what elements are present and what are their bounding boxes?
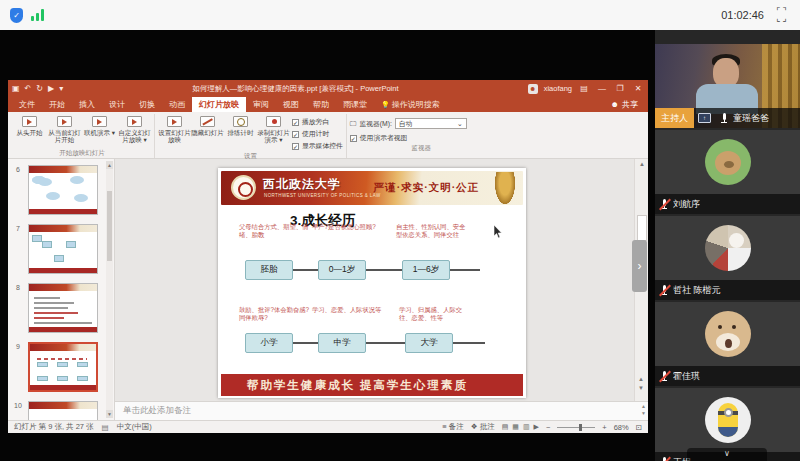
language-indicator[interactable]: 中文(中国): [117, 422, 152, 432]
tab-视图[interactable]: 视图: [276, 97, 306, 112]
scrollbar-thumb[interactable]: [637, 215, 647, 241]
participant-name: 刘航序: [673, 198, 700, 211]
tab-文件[interactable]: 文件: [12, 97, 42, 112]
monitor-icon: 🖵: [350, 120, 357, 128]
scroll-up-icon[interactable]: ▲: [635, 159, 648, 169]
comments-toggle[interactable]: ❖ 批注: [471, 422, 495, 432]
normal-view-icon[interactable]: ▤: [502, 423, 509, 431]
participant-tile[interactable]: 刘航序: [655, 130, 800, 214]
tab-设计[interactable]: 设计: [102, 97, 132, 112]
tab-动画[interactable]: 动画: [162, 97, 192, 112]
ribbon-button[interactable]: 排练计时: [224, 114, 257, 144]
checkbox-播放旁白[interactable]: ✓播放旁白: [292, 117, 343, 127]
monitor-dropdown[interactable]: 自动 ⌄: [395, 118, 467, 129]
slide-thumbnail-panel[interactable]: 678910 ▲ ▼: [8, 159, 115, 420]
fullscreen-toggle-icon[interactable]: ⌜⌝⌞⌟: [776, 8, 790, 22]
connector-line: [293, 269, 318, 271]
ribbon-group-setup: 设置幻灯片放映隐藏幻灯片排练计时录制幻灯片演示 ▾ ✓播放旁白✓使用计时✓显示媒…: [154, 114, 346, 158]
thumbnail-scrollbar[interactable]: ▲ ▼: [106, 161, 113, 418]
notes-pane[interactable]: 单击此处添加备注 ▲▼: [115, 401, 648, 420]
slide-sorter-icon[interactable]: ▦: [512, 423, 519, 431]
restore-button[interactable]: ❐: [614, 84, 626, 93]
microphone-muted-icon: [659, 198, 669, 211]
zoom-slider[interactable]: [557, 427, 595, 428]
meeting-security-icon[interactable]: ✓: [10, 8, 23, 23]
participant-name-bar: 刘航序: [655, 194, 800, 214]
tab-帮助[interactable]: 帮助: [306, 97, 336, 112]
zoom-in-icon[interactable]: +: [602, 423, 606, 432]
scroll-down-icon[interactable]: ▼: [106, 410, 113, 418]
tab-切换[interactable]: 切换: [132, 97, 162, 112]
close-button[interactable]: ✕: [632, 84, 644, 93]
chevron-down-icon: ⌄: [457, 120, 463, 128]
zoom-out-icon[interactable]: −: [546, 423, 550, 432]
sidebar-expand-handle[interactable]: ›: [632, 240, 647, 292]
previous-slide-button[interactable]: ▲: [638, 376, 644, 382]
participant-name-bar: 主持人↑童瑶爸爸: [655, 108, 800, 128]
tab-插入[interactable]: 插入: [72, 97, 102, 112]
ribbon-button[interactable]: 自定义幻灯片放映 ▾: [118, 114, 151, 144]
slide-canvas[interactable]: 西北政法大学 NORTHWEST UNIVERSITY OF POLITICS …: [218, 168, 526, 398]
screen-play-icon: [127, 116, 142, 127]
ribbon-button[interactable]: 从当前幻灯片开始: [48, 114, 81, 144]
scrollbar-thumb[interactable]: [107, 191, 112, 261]
stage-note: 鼓励、批评?体会勤奋感?同伴欺辱?: [239, 306, 309, 322]
tab-雨课堂[interactable]: 雨课堂: [336, 97, 374, 112]
share-button[interactable]: ☻ 共享: [601, 97, 648, 112]
stage-note: 自主性、性别认同、安全型依恋关系、同伴交往: [396, 223, 466, 239]
microphone-muted-icon: [659, 284, 669, 297]
group1-label: 开始放映幻灯片: [13, 148, 151, 158]
ppt-title-bar[interactable]: ▣ ↶ ↻ ▶ ▾ 如何理解人—影响心理健康的因素.ppt [兼容模式] - P…: [8, 80, 648, 97]
screen-play-icon: [92, 116, 107, 127]
slide-thumbnail-9[interactable]: 9: [8, 342, 114, 392]
slide-editing-area[interactable]: 西北政法大学 NORTHWEST UNIVERSITY OF POLITICS …: [115, 159, 648, 401]
participant-tile[interactable]: 霍佳琪: [655, 302, 800, 386]
notes-scrollbar[interactable]: ▲▼: [641, 403, 646, 416]
reading-view-icon[interactable]: ▥: [523, 423, 530, 431]
next-slide-button[interactable]: ▼: [638, 385, 644, 391]
minimize-button[interactable]: —: [596, 84, 608, 93]
sidebar-collapse-button[interactable]: ∨: [687, 448, 767, 461]
checkbox-显示媒体控件[interactable]: ✓显示媒体控件: [292, 141, 343, 151]
ribbon-button[interactable]: 联机演示 ▾: [83, 114, 116, 136]
slide-thumbnail-10[interactable]: 10: [8, 401, 114, 420]
account-avatar[interactable]: ☻: [528, 84, 538, 94]
powerpoint-window: ▣ ↶ ↻ ▶ ▾ 如何理解人—影响心理健康的因素.ppt [兼容模式] - P…: [8, 80, 648, 433]
group1-buttons: 从头开始从当前幻灯片开始联机演示 ▾自定义幻灯片放映 ▾: [13, 114, 151, 148]
ribbon-button[interactable]: 设置幻灯片放映: [158, 114, 191, 144]
participant-tile[interactable]: 主持人↑童瑶爸爸: [655, 44, 800, 128]
participant-name-bar: 霍佳琪: [655, 366, 800, 386]
slide-thumbnail-6[interactable]: 6: [8, 165, 114, 215]
group3-label: 监视器: [350, 143, 493, 153]
proofing-icon[interactable]: ▤: [102, 423, 109, 432]
connector-line: [366, 269, 402, 271]
microphone-muted-icon: [659, 370, 669, 383]
slideshow-icon[interactable]: ▶: [48, 84, 54, 93]
fit-to-window-icon[interactable]: ⊡: [636, 423, 642, 432]
ribbon-button[interactable]: 隐藏幻灯片: [191, 114, 224, 144]
stage-box-大学: 大学: [405, 333, 453, 353]
statue-image: [495, 172, 515, 204]
slide-thumbnail-8[interactable]: 8: [8, 283, 114, 333]
notes-toggle[interactable]: ≡ 备注: [442, 422, 463, 432]
stage-box-0—1岁: 0—1岁: [318, 260, 366, 280]
redo-icon[interactable]: ↻: [36, 84, 43, 93]
scroll-up-icon[interactable]: ▲: [106, 161, 113, 169]
undo-icon[interactable]: ↶: [25, 84, 32, 93]
checkbox-使用计时[interactable]: ✓使用计时: [292, 129, 343, 139]
save-icon[interactable]: ▣: [12, 84, 20, 93]
stage-box-胚胎: 胚胎: [245, 260, 293, 280]
presenter-view-checkbox[interactable]: ✓ 使用演示者视图: [350, 133, 493, 143]
tab-幻灯片放映[interactable]: 幻灯片放映: [192, 97, 246, 112]
tab-审阅[interactable]: 审阅: [246, 97, 276, 112]
ribbon-button[interactable]: 从头开始: [13, 114, 46, 136]
ribbon-button[interactable]: 录制幻灯片演示 ▾: [257, 114, 290, 144]
slideshow-view-icon[interactable]: ▶: [534, 423, 539, 431]
avatar: [705, 311, 751, 357]
ribbon-options-icon[interactable]: ▤: [578, 84, 590, 93]
slide-thumbnail-7[interactable]: 7: [8, 224, 114, 274]
tab-开始[interactable]: 开始: [42, 97, 72, 112]
stage-box-1—6岁: 1—6岁: [402, 260, 450, 280]
tab-操作说明搜索[interactable]: 操作说明搜索: [374, 97, 447, 112]
participant-tile[interactable]: 哲社 陈楷元: [655, 216, 800, 300]
